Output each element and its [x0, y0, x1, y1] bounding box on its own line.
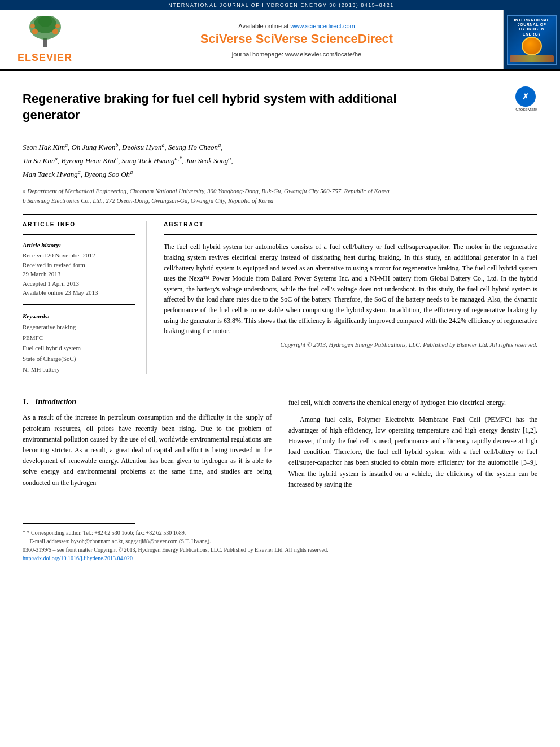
svg-point-4 [32, 29, 38, 34]
issn-text: 0360-3199/$ – see front matter Copyright… [23, 547, 329, 553]
intro-para-fuel-cell: fuel cell, which converts the chemical e… [288, 397, 537, 408]
journal-header: ELSEVIER Available online at www.science… [0, 10, 560, 71]
crossmark-label: CrossMark [515, 107, 537, 112]
keywords-divider [23, 304, 135, 305]
section-number: 1. [23, 397, 29, 406]
corresponding-author-note: * * Corresponding author. Tel.: +82 62 5… [23, 528, 537, 537]
intro-para-pemfc: Among fuel cells, Polymer Electrolyte Me… [288, 414, 537, 490]
doi-link[interactable]: http://dx.doi.org/10.1016/j.ijhydene.201… [23, 555, 133, 561]
keyword-5: Ni-MH battery [23, 364, 135, 375]
info-divider [23, 234, 135, 235]
elsevier-logo: ELSEVIER [0, 10, 90, 69]
doi-note: http://dx.doi.org/10.1016/j.ijhydene.201… [23, 554, 537, 562]
email-note: E-mail addresses: bysoh@chonnam.ac.kr, s… [23, 537, 537, 545]
corresponding-author-text: * Corresponding author. Tel.: +82 62 530… [27, 530, 186, 536]
sciencedirect-link[interactable]: www.sciencedirect.com [290, 23, 355, 29]
journal-header-bar: INTERNATIONAL JOURNAL OF HYDROGEN ENERGY… [0, 0, 560, 10]
elsevier-wordmark: ELSEVIER [18, 52, 72, 64]
footer-area: * * Corresponding author. Tel.: +82 62 5… [0, 513, 560, 568]
star-symbol: * [23, 530, 27, 536]
hydrogen-cover-bar [510, 55, 554, 62]
journal-title-bar: INTERNATIONAL JOURNAL OF HYDROGEN ENERGY… [166, 2, 394, 8]
abstract-label: ABSTRACT [164, 221, 537, 228]
intro-paragraph-1: As a result of the increase in petroleum… [23, 412, 272, 488]
hydrogen-cover: International Journal ofHYDROGENENERGY [504, 10, 560, 69]
paper-content: ✗ CrossMark Regenerative braking for fue… [0, 71, 560, 386]
introduction-heading: 1. Introduction [23, 397, 272, 407]
footnote-divider [23, 523, 135, 524]
svg-point-7 [55, 24, 60, 28]
introduction-title: Introduction [35, 397, 76, 406]
hydrogen-cover-inner: International Journal ofHYDROGENENERGY [507, 15, 557, 65]
copyright-text: Copyright © 2013, Hydrogen Energy Public… [164, 341, 537, 348]
info-abstract-section: ARTICLE INFO Article history: Received 2… [23, 221, 537, 374]
svg-point-5 [53, 29, 58, 34]
keywords-label: Keywords: [23, 313, 135, 320]
intro-right-col: fuel cell, which converts the chemical e… [288, 397, 537, 496]
sciencedirect-word: SciVerse ScienceDirect [256, 32, 393, 46]
journal-homepage: journal homepage: www.elsevier.com/locat… [232, 51, 361, 58]
sciverse-center: Available online at www.sciencedirect.co… [90, 10, 504, 69]
affiliation-b: b Samsung Electronics Co., Ltd., 272 Ose… [23, 196, 537, 206]
email-label [23, 538, 28, 544]
abstract-text: The fuel cell hybrid system for automobi… [164, 242, 537, 336]
article-info: ARTICLE INFO Article history: Received 2… [23, 221, 147, 374]
accepted-date: Accepted 1 April 2013 [23, 279, 135, 289]
main-body: 1. Introduction As a result of the incre… [0, 386, 560, 507]
keyword-4: State of Charge(SoC) [23, 353, 135, 364]
svg-point-6 [30, 24, 35, 28]
crossmark-badge[interactable]: ✗ CrossMark [515, 86, 537, 112]
affiliations: a Department of Mechanical Engineering, … [23, 186, 537, 205]
authors-divider [23, 214, 537, 215]
abstract-section: ABSTRACT The fuel cell hybrid system for… [164, 221, 537, 374]
revised-label: Received in revised form [23, 260, 135, 270]
keyword-2: PEMFC [23, 333, 135, 343]
title-divider [23, 130, 537, 130]
available-online-text: Available online at www.sciencedirect.co… [238, 23, 355, 29]
elsevier-tree-icon [23, 16, 68, 50]
issn-note: 0360-3199/$ – see front matter Copyright… [23, 545, 537, 554]
hydrogen-journal-name: International Journal ofHYDROGENENERGY [510, 18, 554, 37]
sciverse-word: SciVerse [200, 32, 256, 46]
keyword-1: Regenerative braking [23, 322, 135, 333]
paper-title: Regenerative braking for fuel cell hybri… [23, 91, 429, 123]
sciverse-title: SciVerse SciVerse ScienceDirect [200, 32, 393, 46]
keyword-3: Fuel cell hybrid system [23, 343, 135, 353]
abstract-divider [164, 234, 537, 235]
hydrogen-cover-image [522, 37, 542, 55]
revised-date: 29 March 2013 [23, 269, 135, 279]
email-text: E-mail addresses: bysoh@chonnam.ac.kr, s… [30, 538, 211, 544]
crossmark-icon: ✗ [515, 86, 536, 107]
keywords-section: Keywords: Regenerative braking PEMFC Fue… [23, 313, 135, 374]
available-date: Available online 23 May 2013 [23, 288, 135, 298]
svg-rect-0 [43, 38, 47, 47]
article-info-label: ARTICLE INFO [23, 221, 135, 228]
svg-point-3 [38, 16, 52, 27]
intro-left-col: 1. Introduction As a result of the incre… [23, 397, 272, 496]
affiliation-a: a Department of Mechanical Engineering, … [23, 186, 537, 196]
article-history-label: Article history: [23, 242, 135, 248]
authors-list: Seon Hak Kima, Oh Jung Kwonb, Deoksu Hyo… [23, 139, 537, 181]
introduction-two-col: 1. Introduction As a result of the incre… [23, 397, 537, 496]
received-date: Received 20 November 2012 [23, 251, 135, 260]
